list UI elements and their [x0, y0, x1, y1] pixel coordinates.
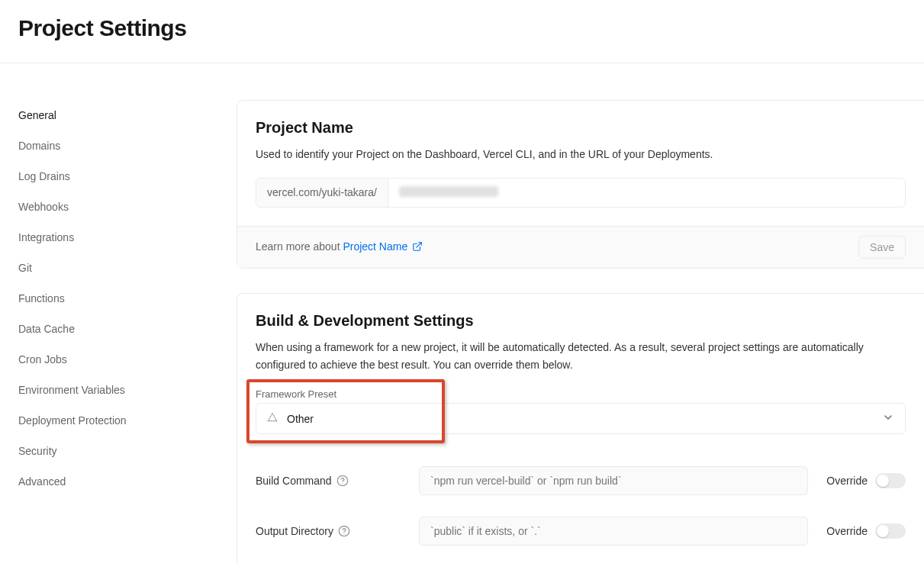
project-name-input-row: vercel.com/yuki-takara/ [256, 178, 906, 208]
sidebar-item-security[interactable]: Security [18, 436, 200, 466]
chevron-down-icon [882, 411, 894, 426]
project-name-prefix: vercel.com/yuki-takara/ [256, 179, 388, 207]
help-icon[interactable] [338, 525, 350, 537]
build-settings-title: Build & Development Settings [256, 312, 906, 330]
output-directory-input[interactable] [419, 517, 808, 546]
output-directory-label: Output Directory [256, 525, 401, 537]
project-name-description: Used to identify your Project on the Das… [256, 146, 906, 163]
sidebar-item-domains[interactable]: Domains [18, 130, 200, 161]
page-header: Project Settings [0, 0, 924, 63]
build-command-label: Build Command [256, 475, 401, 487]
build-command-input[interactable] [419, 466, 808, 495]
build-settings-description: When using a framework for a new project… [256, 339, 906, 373]
output-directory-row: Output Directory Override [256, 517, 906, 546]
sidebar-item-cron-jobs[interactable]: Cron Jobs [18, 344, 200, 375]
project-name-footer: Learn more about Project Name Save [237, 226, 924, 268]
project-name-footer-text: Learn more about Project Name [256, 240, 423, 254]
save-button[interactable]: Save [858, 236, 906, 259]
project-name-card: Project Name Used to identify your Proje… [237, 100, 924, 269]
sidebar-item-data-cache[interactable]: Data Cache [18, 314, 200, 344]
settings-main: Project Name Used to identify your Proje… [237, 100, 924, 570]
sidebar-item-webhooks[interactable]: Webhooks [18, 192, 200, 222]
build-command-override: Override [826, 473, 906, 488]
page-title: Project Settings [18, 15, 906, 41]
framework-preset-select[interactable]: Other [256, 403, 906, 434]
framework-preset-block: Framework Preset Other [256, 388, 906, 434]
sidebar-item-general[interactable]: General [18, 100, 200, 130]
sidebar-item-integrations[interactable]: Integrations [18, 222, 200, 253]
framework-preset-label: Framework Preset [256, 388, 906, 400]
framework-preset-value: Other [287, 413, 314, 425]
sidebar-item-git[interactable]: Git [18, 253, 200, 283]
output-directory-override-toggle[interactable] [875, 523, 906, 539]
build-command-row: Build Command Override [256, 466, 906, 495]
sidebar-item-deployment-protection[interactable]: Deployment Protection [18, 405, 200, 436]
sidebar-item-functions[interactable]: Functions [18, 283, 200, 314]
project-name-learn-more-link[interactable]: Project Name [343, 240, 423, 253]
build-settings-card: Build & Development Settings When using … [237, 293, 924, 567]
build-command-override-toggle[interactable] [875, 473, 906, 488]
external-link-icon [412, 241, 423, 254]
project-name-input[interactable] [388, 179, 905, 207]
sidebar-item-environment-variables[interactable]: Environment Variables [18, 375, 200, 405]
help-icon[interactable] [336, 475, 349, 487]
output-directory-override: Override [826, 523, 906, 539]
project-name-title: Project Name [256, 119, 906, 137]
svg-line-0 [417, 243, 421, 247]
project-name-redacted-value [399, 186, 498, 197]
sidebar-item-advanced[interactable]: Advanced [18, 466, 200, 497]
framework-other-icon [267, 412, 278, 425]
settings-sidebar: General Domains Log Drains Webhooks Inte… [0, 100, 237, 570]
sidebar-item-log-drains[interactable]: Log Drains [18, 161, 200, 192]
svg-marker-1 [268, 414, 277, 421]
